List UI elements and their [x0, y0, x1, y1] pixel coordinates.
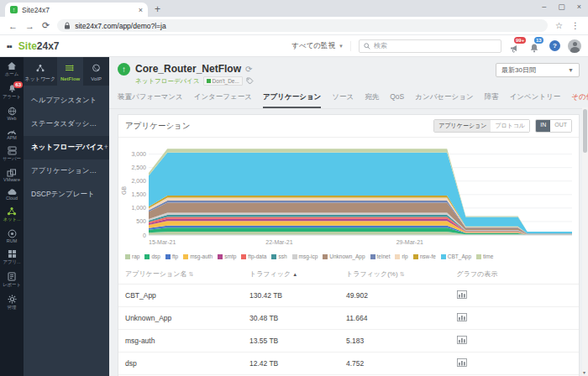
scrollbar-thumb[interactable]	[583, 109, 587, 153]
window-close-button[interactable]: ×	[577, 3, 581, 11]
legend-item[interactable]: ftp-data	[241, 253, 266, 259]
bookmark-star-icon[interactable]: ☆	[555, 21, 563, 30]
tab-conversation[interactable]: カンバセーション	[415, 92, 473, 108]
app-name-cell[interactable]: CBT_App	[118, 285, 243, 307]
graph-cell	[450, 307, 579, 330]
monitor-type-link[interactable]: ネットフローデバイス	[135, 77, 200, 86]
sidebar-item-netflow-devices[interactable]: ネットフローデバイス +	[24, 136, 109, 159]
tab-title: Site24x7	[22, 6, 50, 14]
search-input[interactable]: 検索	[359, 39, 501, 53]
browser-menu-icon[interactable]: ⋮	[571, 21, 580, 30]
period-select[interactable]: 最新30日間 ▼	[496, 63, 580, 77]
sidebar-tab-voip[interactable]: VoIP	[83, 57, 109, 86]
sidebar-item-status-dashboard[interactable]: ステータスダッシュボード	[24, 112, 109, 136]
toggle-in[interactable]: IN	[536, 120, 550, 132]
scrollbar-down-arrow[interactable]: ▾	[583, 369, 585, 375]
rail-item-alerts[interactable]: 63 アラート	[0, 81, 24, 104]
rail-item-home[interactable]: ホーム	[0, 59, 24, 81]
rail-item-admin[interactable]: 管理	[0, 292, 24, 315]
sort-icon[interactable]: ⇅	[400, 271, 405, 277]
rail-item-apps[interactable]: アプリ...	[0, 247, 24, 269]
tab-interfaces[interactable]: インターフェース	[194, 92, 252, 108]
app-launcher-icon[interactable]: ▪▪	[7, 41, 12, 51]
app-name-cell[interactable]: dsp	[118, 352, 243, 375]
back-button[interactable]: ←	[8, 21, 18, 31]
sidebar-tab-network[interactable]: ネットワーク	[24, 57, 57, 86]
legend-swatch	[241, 254, 246, 259]
rail-item-cloud[interactable]: Cloud	[0, 185, 24, 204]
app-name-cell[interactable]: msg-auth	[118, 330, 243, 352]
legend-item[interactable]: msg-icp	[292, 253, 318, 259]
rail-item-web[interactable]: Web	[0, 104, 24, 124]
sort-asc-icon[interactable]: ▲	[292, 272, 297, 277]
legend-item[interactable]: smtp	[218, 253, 236, 259]
rail-item-network[interactable]: ネット...	[0, 204, 24, 227]
refresh-icon[interactable]: ⟳	[245, 65, 252, 74]
app-name-cell[interactable]: Unknown_App	[118, 307, 243, 330]
tab-applications[interactable]: アプリケーション	[263, 92, 321, 108]
reload-button[interactable]: ⟳	[42, 20, 50, 31]
applications-table: アプリケーション名 ⇅ トラフィック ▲ トラフィック(%) ⇅ グラフの表示 …	[118, 264, 579, 376]
main-scrollbar[interactable]: ▾	[582, 107, 588, 376]
legend-item[interactable]: ssh	[271, 253, 286, 259]
legend-item[interactable]: time	[476, 253, 493, 259]
legend-item[interactable]: ftp	[165, 253, 178, 259]
tab-inventory[interactable]: インベントリー	[510, 92, 561, 108]
window-maximize-button[interactable]: ▢	[558, 3, 565, 11]
new-tab-button[interactable]: +	[155, 3, 160, 17]
tab-faults[interactable]: 障害	[485, 92, 499, 108]
announcements-button[interactable]: 99+	[509, 40, 522, 52]
all-monitors-dropdown[interactable]: すべての監視 ▼	[291, 41, 351, 51]
sidebar-item-application-template[interactable]: アプリケーションテンプレ...	[24, 159, 109, 183]
legend-item[interactable]: rlp	[395, 253, 407, 259]
legend-item[interactable]: rap	[125, 253, 139, 259]
legend-item[interactable]: dsp	[144, 253, 160, 259]
forward-button[interactable]: →	[25, 21, 34, 31]
tab-device-performance[interactable]: 装置パフォーマンス	[118, 92, 183, 108]
legend-item[interactable]: msg-auth	[183, 253, 213, 259]
col-application-name[interactable]: アプリケーション名 ⇅	[118, 264, 243, 285]
view-graph-icon[interactable]	[457, 336, 467, 344]
alert-count-badge: 63	[13, 81, 23, 88]
toggle-protocol[interactable]: プロトコル	[491, 120, 529, 132]
view-graph-icon[interactable]	[457, 358, 467, 367]
sidebar-item-help-assistant[interactable]: ヘルプアシスタント	[24, 89, 109, 112]
tag-icon[interactable]	[246, 77, 254, 85]
view-graph-icon[interactable]	[457, 313, 467, 321]
rail-item-vmware[interactable]: VMware	[0, 166, 24, 185]
legend-item[interactable]: CBT_App	[441, 253, 471, 259]
rail-item-rum[interactable]: RUM	[0, 227, 24, 247]
tab-close-icon[interactable]: ×	[139, 6, 143, 14]
legend-item[interactable]: nsw-fe	[413, 253, 436, 259]
legend-item[interactable]: telnet	[370, 253, 391, 259]
monitor-tag-chip[interactable]: Don't_De...	[203, 76, 243, 86]
col-traffic[interactable]: トラフィック ▲	[243, 264, 339, 285]
col-traffic-pct[interactable]: トラフィック(%) ⇅	[339, 264, 450, 285]
tab-more[interactable]: その他 ▼	[571, 92, 588, 108]
svg-text:500: 500	[136, 218, 146, 224]
rail-item-reports[interactable]: レポート	[0, 269, 24, 292]
sidebar-item-dscp-template[interactable]: DSCPテンプレート	[24, 183, 109, 206]
sidebar-tab-netflow[interactable]: NetFlow	[57, 57, 83, 86]
sort-icon[interactable]: ⇅	[189, 271, 194, 277]
view-graph-icon[interactable]	[457, 290, 467, 299]
browser-tab[interactable]: ↑ Site24x7 ×	[5, 3, 148, 17]
toggle-application[interactable]: アプリケーション	[434, 120, 491, 132]
site24x7-logo[interactable]: Site24x7	[18, 40, 60, 52]
url-field[interactable]: site24x7.com/app/demo?l=ja	[57, 19, 548, 32]
legend-item[interactable]: Unknown_App	[323, 253, 365, 259]
rail-item-server[interactable]: サーバー	[0, 144, 24, 166]
svg-text:0: 0	[143, 232, 146, 238]
traffic-area-chart[interactable]: 05001,0001,5002,0002,5003,00015-Mar-2122…	[120, 141, 579, 248]
help-button[interactable]: ?	[549, 40, 560, 51]
tab-source[interactable]: ソース	[332, 92, 354, 108]
window-minimize-button[interactable]: –	[542, 3, 546, 11]
toggle-out[interactable]: OUT	[550, 120, 571, 132]
user-avatar[interactable]	[568, 39, 581, 53]
tab-qos[interactable]: QoS	[390, 92, 404, 108]
rail-item-apm[interactable]: APM	[0, 124, 24, 144]
notifications-button[interactable]: 13	[529, 40, 542, 52]
chart-legend: rap dsp ftp msg-auth	[118, 252, 579, 264]
tab-destination[interactable]: 宛先	[365, 92, 379, 108]
add-device-icon[interactable]: +	[104, 143, 108, 153]
